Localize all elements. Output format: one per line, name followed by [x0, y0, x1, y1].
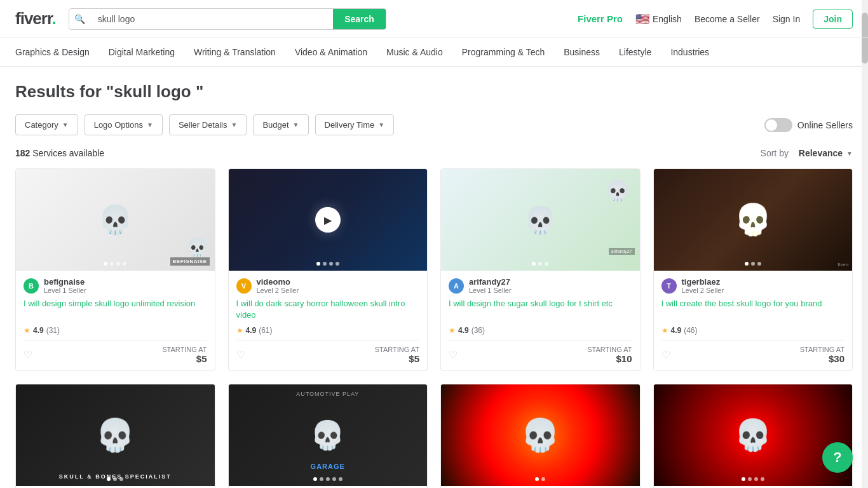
- card-thumbnail-6: 💀 AUTOMOTIVE PLAY GARAGE: [229, 384, 428, 486]
- seller-name-1: befignaise: [44, 277, 86, 287]
- logo-options-chevron: ▼: [147, 121, 153, 128]
- gig-card-3[interactable]: 💀 💀 arifandy27 A arifandy27 Level 1 Sell: [440, 168, 641, 371]
- card-image-7: 💀: [441, 384, 640, 486]
- filters-bar: Category ▼ Logo Options ▼ Seller Details…: [15, 114, 853, 135]
- nav-item-programming[interactable]: Programming & Tech: [462, 39, 545, 65]
- language-selector[interactable]: 🇺🇸 English: [635, 12, 682, 26]
- card-footer-1: ♡ STARTING AT $5: [24, 340, 207, 364]
- watermark-1: BEFIGNAISE: [170, 257, 210, 266]
- online-toggle-switch[interactable]: [764, 118, 792, 132]
- card-rating-4: ★ 4.9 (46): [661, 326, 845, 335]
- price-info-4: STARTING AT $30: [800, 346, 844, 364]
- image-dots-7: [535, 477, 545, 481]
- seller-name-2: videomo: [257, 277, 299, 287]
- flag-icon: 🇺🇸: [635, 12, 649, 26]
- rating-score-2: 4.9: [246, 326, 257, 335]
- results-title: Results for "skull logo ": [15, 82, 853, 102]
- favorite-button-4[interactable]: ♡: [661, 349, 670, 361]
- favorite-button-1[interactable]: ♡: [24, 349, 32, 361]
- card-rating-2: ★ 4.9 (61): [236, 326, 420, 335]
- budget-label: Budget: [262, 120, 288, 130]
- play-button-2[interactable]: ▶: [315, 207, 341, 233]
- nav-item-video[interactable]: Video & Animation: [295, 39, 367, 65]
- fiverr-pro-link[interactable]: Fiverr Pro: [578, 13, 623, 24]
- card-image-1: 💀 💀 BEFIGNAISE: [16, 169, 215, 271]
- budget-filter[interactable]: Budget ▼: [253, 114, 308, 135]
- category-chevron: ▼: [62, 121, 69, 128]
- nav-item-writing[interactable]: Writing & Translation: [194, 39, 276, 65]
- logo-options-filter[interactable]: Logo Options ▼: [85, 114, 163, 135]
- online-sellers-toggle: Online Sellers: [764, 118, 853, 132]
- search-input[interactable]: [90, 9, 333, 29]
- nav-item-lifestyle[interactable]: Lifestyle: [619, 39, 651, 65]
- gig-card-5[interactable]: 💀 SKULL & BONES SPECIALIST S skullprojec…: [15, 384, 215, 488]
- card-thumbnail-3: 💀 💀 arifandy27: [441, 169, 640, 271]
- help-button[interactable]: ?: [822, 442, 853, 473]
- delivery-time-chevron: ▼: [378, 121, 384, 128]
- fiverr-logo[interactable]: fiverr.: [15, 9, 56, 29]
- gig-card-4[interactable]: 💀 fiverr T tigerblaez Level 2 Seller: [653, 168, 853, 371]
- seller-level-3: Level 1 Seller: [469, 287, 512, 294]
- watermark-3: arifandy27: [609, 248, 635, 255]
- nav-item-industries[interactable]: Industries: [670, 39, 709, 65]
- delivery-time-filter[interactable]: Delivery Time ▼: [315, 114, 395, 135]
- price-info-3: STARTING AT $10: [587, 346, 632, 364]
- gig-card-1[interactable]: 💀 💀 BEFIGNAISE B befignaise: [15, 168, 215, 371]
- nav-item-music[interactable]: Music & Audio: [386, 39, 443, 65]
- card-footer-4: ♡ STARTING AT $30: [661, 340, 845, 364]
- avatar-3: A: [449, 278, 464, 294]
- join-button[interactable]: Join: [813, 10, 853, 29]
- gig-card-8[interactable]: 💀 O obamaintro Level 2 Seller: [653, 384, 853, 488]
- category-filter[interactable]: Category ▼: [15, 114, 78, 135]
- seller-details-filter[interactable]: Seller Details ▼: [169, 114, 247, 135]
- language-label: English: [653, 14, 682, 24]
- card-body-4: T tigerblaez Level 2 Seller I will creat…: [654, 271, 853, 370]
- card-image-8: 💀: [654, 384, 853, 486]
- cards-grid: 💀 💀 BEFIGNAISE B befignaise: [15, 168, 853, 488]
- gig-card-2[interactable]: 💀 ▶ V videomo Level 2 Seller: [228, 168, 428, 371]
- rating-count-4: (46): [684, 326, 697, 335]
- search-button[interactable]: Search: [333, 9, 386, 29]
- sort-by-value: Relevance: [799, 148, 843, 158]
- card-body-1: B befignaise Level 1 Seller I will desig…: [16, 271, 215, 370]
- price-info-1: STARTING AT $5: [162, 346, 207, 364]
- sort-by-selector[interactable]: Sort by Relevance ▼: [761, 148, 853, 158]
- nav-item-digital[interactable]: Digital Marketing: [109, 39, 175, 65]
- category-label: Category: [25, 120, 58, 130]
- gig-card-6[interactable]: 💀 AUTOMOTIVE PLAY GARAGE C: [228, 384, 428, 488]
- gig-card-7[interactable]: 💀 M mr_libra Level 2 Seller I will creat…: [440, 384, 641, 488]
- price-1: $5: [196, 353, 207, 364]
- card-body-3: A arifandy27 Level 1 Seller I will desig…: [441, 271, 640, 370]
- card-thumbnail-2: 💀 ▶: [229, 169, 428, 271]
- scrollbar[interactable]: [862, 0, 868, 488]
- sign-in-link[interactable]: Sign In: [773, 14, 801, 24]
- rating-score-3: 4.9: [458, 326, 469, 335]
- card-title-1: I will design simple skull logo unlimite…: [24, 298, 207, 321]
- nav-item-graphics[interactable]: Graphics & Design: [15, 39, 90, 65]
- image-dots-4: [745, 262, 761, 266]
- card-title-3: I will design the sugar skull logo for t…: [449, 298, 632, 321]
- avatar-4: T: [661, 278, 677, 294]
- star-icon-3: ★: [449, 326, 456, 335]
- card-footer-3: ♡ STARTING AT $10: [449, 340, 632, 364]
- card-thumbnail-8: 💀: [654, 384, 853, 486]
- fiverr-watermark: fiverr: [837, 262, 849, 268]
- image-dots-3: [532, 262, 548, 266]
- favorite-button-3[interactable]: ♡: [449, 349, 458, 361]
- card-thumbnail-1: 💀 💀 BEFIGNAISE: [16, 169, 215, 271]
- card-title-2: I will do dark scary horror halloween sk…: [236, 298, 420, 321]
- search-bar: 🔍 Search: [69, 8, 386, 30]
- nav-item-business[interactable]: Business: [564, 39, 600, 65]
- toggle-knob: [766, 119, 777, 131]
- card-footer-2: ♡ STARTING AT $5: [236, 340, 420, 364]
- avatar-2: V: [236, 278, 252, 294]
- card-body-2: V videomo Level 2 Seller I will do dark …: [229, 271, 428, 370]
- rating-count-1: (31): [46, 326, 60, 335]
- seller-info-4: T tigerblaez Level 2 Seller: [661, 277, 845, 294]
- sort-by-prefix: Sort by: [761, 148, 789, 158]
- favorite-button-2[interactable]: ♡: [236, 349, 245, 361]
- become-seller-link[interactable]: Become a Seller: [695, 14, 760, 24]
- star-icon-1: ★: [24, 326, 31, 335]
- image-dots-1: [104, 262, 126, 266]
- logo-options-label: Logo Options: [94, 120, 143, 130]
